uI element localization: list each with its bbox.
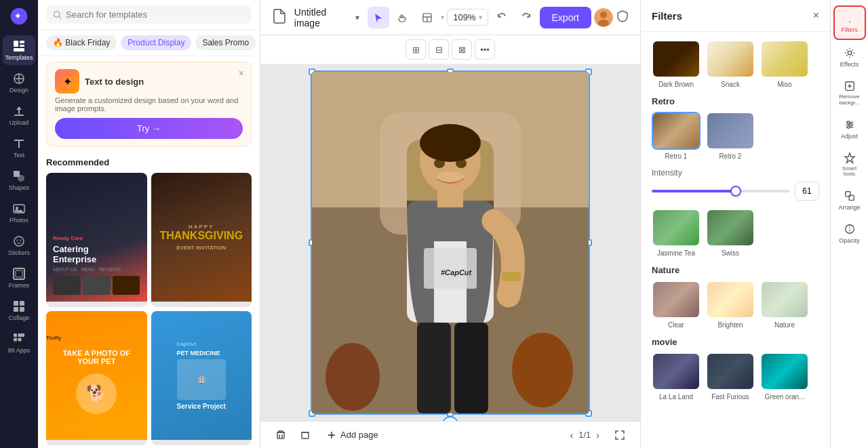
sidebar-item-templates[interactable]: Templates [3,35,35,65]
filter-item-fast-furious[interactable]: Fast Furious [706,352,755,401]
file-name-chevron[interactable]: ▾ [355,13,359,22]
svg-point-49 [437,171,464,182]
svg-rect-4 [20,45,24,47]
filter-row-landscape: Jasmine Tea Swiss [652,209,819,257]
ttd-icon: ✦ [55,69,79,94]
rail-item-smart-tools[interactable]: Smart tools [833,146,866,184]
slider-fill [652,190,736,192]
template-card-thanksgiving[interactable]: HAPPY THANKSGIVING EVENT INVITATION [151,173,252,307]
undo-button[interactable] [491,7,513,28]
template-card-pet[interactable]: Truffy TAKE A PHOTO OF YOUR PET 🐕 [46,311,147,445]
delete-page-icon[interactable] [271,426,290,445]
tag-product-display[interactable]: Product Display [121,35,191,50]
filter-item-swiss[interactable]: Swiss [706,209,755,257]
sidebar-item-apps[interactable]: 88 Apps [3,328,35,358]
svg-rect-51 [502,272,521,281]
svg-point-67 [845,225,854,234]
zoom-display[interactable]: 109% ▾ [447,9,488,26]
filter-row-nature: Clear Brighten Nature [652,281,819,329]
sidebar-item-shapes[interactable]: Shapes [3,165,35,195]
pointer-tool-button[interactable] [368,7,389,28]
svg-rect-25 [18,338,22,342]
fullscreen-icon[interactable] [610,426,629,445]
template-card-medicine[interactable]: CapCut PET MEDICINE 🏥 Service Project [151,311,252,445]
canvas-tool-copy[interactable]: ⊠ [452,39,472,60]
svg-point-64 [847,125,850,128]
filter-item-retro2[interactable]: Retro 2 [706,112,755,160]
page-navigation: ‹ 1/1 › [570,430,599,441]
svg-point-32 [600,12,607,18]
add-page-button[interactable]: Add page [320,427,385,443]
rotate-handle[interactable]: ↻ [442,416,458,421]
sidebar-item-upload[interactable]: Upload [3,100,35,130]
canvas-tool-grid[interactable]: ⊞ [406,39,426,60]
tag-sales-promo[interactable]: Sales Promo [195,35,256,50]
redo-button[interactable] [515,7,537,28]
sidebar-item-stickers[interactable]: Stickers [3,230,35,260]
canvas-image-container[interactable]: ↻ [311,70,590,415]
filter-item-miso[interactable]: Miso [760,40,809,88]
layout-tool-button[interactable] [416,7,438,28]
svg-rect-7 [14,115,24,116]
rail-item-remove-bg[interactable]: Remove backgr... [833,75,866,112]
filter-item-green-oran[interactable]: Green oran... [760,352,809,401]
rail-item-filters[interactable]: Filters [833,5,866,40]
filter-item-snack[interactable]: Snack [706,40,755,88]
filter-item-lala[interactable]: La La Land [652,352,701,401]
search-input-wrap[interactable] [46,5,252,24]
hand-tool-button[interactable] [392,7,414,28]
sidebar-item-text[interactable]: Text [3,133,35,163]
rail-item-effects[interactable]: Effects [833,41,866,73]
filter-item-nature[interactable]: Nature [760,281,809,329]
filter-item-retro1[interactable]: Retro 1 [652,112,701,160]
ttd-try-button[interactable]: Try → [55,118,243,139]
svg-text:#CapCut: #CapCut [441,268,473,277]
svg-point-14 [20,240,22,241]
file-name: Untitled image [294,7,350,28]
filters-close-button[interactable]: × [813,9,819,22]
sidebar-item-frames[interactable]: Frames [3,263,35,293]
svg-rect-45 [417,323,451,413]
svg-point-63 [850,123,852,126]
svg-rect-16 [16,270,22,277]
intensity-value: 61 [795,182,819,201]
bottom-bar: Add page ‹ 1/1 › [260,421,640,448]
tag-black-friday[interactable]: 🔥 Black Friday [46,35,117,50]
templates-grid: Ready Care Catering Enterprise ABOUT US … [38,170,260,448]
opacity-icon [844,223,856,235]
filters-panel: Filters × Dark Brown Snack Miso Retro Re… [640,0,830,448]
rail-item-opacity[interactable]: Opacity [833,218,866,249]
template-card-catering[interactable]: Ready Care Catering Enterprise ABOUT US … [46,173,147,307]
ttd-close-button[interactable]: × [239,68,244,79]
canvas-tool-more[interactable]: ••• [475,39,495,60]
filter-row-default: Dark Brown Snack Miso [652,40,819,88]
svg-rect-15 [14,268,24,279]
svg-rect-19 [14,307,18,312]
sidebar-item-collage[interactable]: Collage [3,296,35,325]
search-input[interactable] [66,9,245,20]
filter-item-dark-brown[interactable]: Dark Brown [652,40,701,88]
canvas-tool-columns[interactable]: ⊟ [429,39,449,60]
rail-item-adjust[interactable]: Adjust [833,113,866,145]
filter-item-jasmine-tea[interactable]: Jasmine Tea [652,209,701,257]
filter-item-clear[interactable]: Clear [652,281,701,329]
intensity-slider[interactable] [652,184,789,198]
export-button[interactable]: Export [540,7,591,28]
slider-thumb[interactable] [730,186,741,197]
svg-point-38 [326,343,380,411]
filters-content: Dark Brown Snack Miso Retro Retro 1 Retr… [641,32,830,448]
search-bar [38,0,260,30]
sidebar-item-design[interactable]: Design [3,68,35,98]
next-page-button[interactable]: › [596,430,599,441]
canvas-photo-svg: #CapCut [312,72,589,413]
svg-rect-21 [14,333,17,337]
sidebar-item-photos[interactable]: Photos [3,198,35,228]
arrange-icon [844,190,856,202]
filter-item-brighten[interactable]: Brighten [706,281,755,329]
svg-rect-20 [20,307,24,312]
search-icon [53,10,62,20]
rail-item-arrange[interactable]: Arrange [833,184,866,216]
svg-rect-24 [14,338,17,342]
prev-page-button[interactable]: ‹ [570,430,574,441]
trash-icon[interactable] [296,426,315,445]
